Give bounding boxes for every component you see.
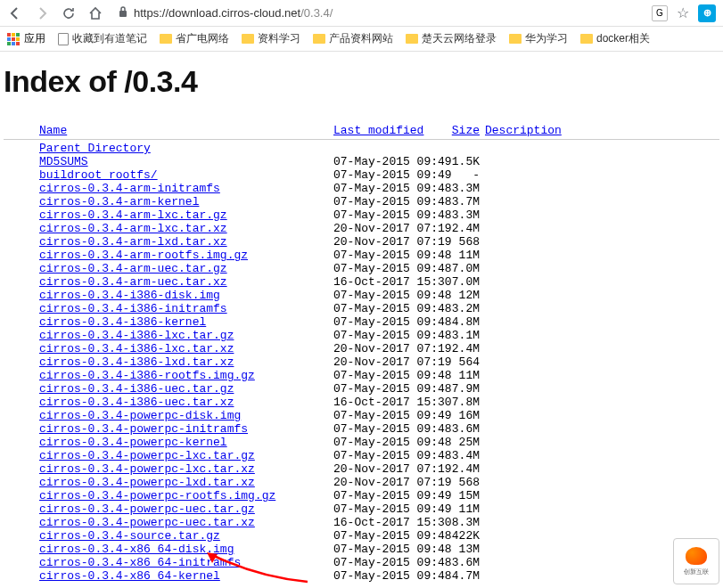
page-icon — [58, 33, 69, 45]
bookmark-item[interactable]: 产品资料网站 — [313, 31, 393, 46]
file-row: cirros-0.3.4-i386-kernel07-May-2015 09:4… — [4, 315, 719, 329]
reload-button[interactable] — [61, 5, 77, 21]
browser-nav-bar: https://download.cirros-cloud.net/0.3.4/… — [0, 0, 723, 27]
file-link[interactable]: cirros-0.3.4-arm-rootfs.img.gz — [39, 249, 248, 262]
file-link[interactable]: cirros-0.3.4-x86_64-initramfs — [39, 556, 241, 569]
file-link[interactable]: cirros-0.3.4-arm-kernel — [39, 195, 199, 208]
file-modified: 16-Oct-2017 15:30 — [333, 396, 444, 409]
file-link[interactable]: cirros-0.3.4-powerpc-rootfs.img.gz — [39, 489, 275, 502]
sort-name[interactable]: Name — [39, 124, 67, 137]
file-size: 2.4M — [444, 462, 480, 476]
file-modified: 20-Nov-2017 07:19 — [333, 235, 444, 249]
file-size: 3.7M — [444, 195, 480, 208]
file-modified: 07-May-2015 09:48 — [333, 543, 444, 556]
file-size: 3.2M — [444, 302, 480, 315]
file-modified: 07-May-2015 09:49 — [333, 155, 444, 168]
url-domain: download.cirros-cloud.net — [168, 6, 300, 20]
bookmark-item[interactable]: 收藏到有道笔记 — [58, 31, 147, 46]
file-modified: 07-May-2015 09:48 — [333, 315, 444, 329]
file-row: cirros-0.3.4-i386-initramfs07-May-2015 0… — [4, 302, 719, 315]
file-link[interactable]: cirros-0.3.4-i386-uec.tar.xz — [39, 396, 234, 409]
file-size: 3.6M — [444, 556, 480, 569]
apps-button[interactable]: 应用 — [7, 31, 45, 46]
file-modified: 20-Nov-2017 07:19 — [333, 222, 444, 235]
file-link[interactable]: cirros-0.3.4-arm-uec.tar.gz — [39, 262, 227, 275]
file-row: buildroot_rootfs/07-May-2015 09:49- — [4, 168, 719, 182]
file-row: Parent Directory — [4, 142, 719, 155]
file-link[interactable]: MD5SUMS — [39, 155, 88, 168]
file-link[interactable]: cirros-0.3.4-i386-lxc.tar.xz — [39, 342, 234, 355]
translate-icon[interactable]: G — [652, 5, 668, 21]
file-size: 7.9M — [444, 382, 480, 396]
file-link[interactable]: cirros-0.3.4-i386-lxd.tar.xz — [39, 355, 234, 369]
file-modified: 07-May-2015 09:48 — [333, 529, 444, 543]
bookmarks-bar: 应用 收藏到有道笔记省广电网络资料学习产品资料网站楚天云网络登录华为学习dock… — [0, 27, 723, 52]
folder-icon — [313, 34, 325, 44]
file-link[interactable]: buildroot_rootfs/ — [39, 168, 158, 182]
file-size: - — [444, 168, 480, 182]
file-link[interactable]: cirros-0.3.4-powerpc-lxc.tar.gz — [39, 449, 255, 462]
file-link[interactable]: cirros-0.3.4-i386-initramfs — [39, 302, 227, 315]
file-link[interactable]: cirros-0.3.4-arm-lxc.tar.gz — [39, 208, 227, 222]
file-modified: 07-May-2015 09:48 — [333, 195, 444, 208]
file-link[interactable]: cirros-0.3.4-powerpc-kernel — [39, 436, 227, 449]
file-link[interactable]: cirros-0.3.4-arm-lxd.tar.xz — [39, 235, 227, 249]
bookmark-item[interactable]: 华为学习 — [509, 31, 568, 46]
back-button[interactable] — [7, 5, 23, 21]
file-link[interactable]: cirros-0.3.4-powerpc-lxc.tar.xz — [39, 462, 255, 476]
extension-icon[interactable]: ⊕ — [698, 4, 716, 22]
file-link[interactable]: cirros-0.3.4-arm-lxc.tar.xz — [39, 222, 227, 235]
address-bar[interactable]: https://download.cirros-cloud.net/0.3.4/ — [114, 5, 641, 20]
file-size: 4.7M — [444, 569, 480, 583]
file-size: 1.5K — [444, 155, 480, 168]
file-link[interactable]: cirros-0.3.4-i386-rootfs.img.gz — [39, 369, 255, 382]
file-link[interactable]: cirros-0.3.4-powerpc-lxd.tar.xz — [39, 476, 255, 489]
file-link[interactable]: cirros-0.3.4-x86_64-disk.img — [39, 543, 234, 556]
bookmark-item[interactable]: 楚天云网络登录 — [406, 31, 497, 46]
file-row: cirros-0.3.4-i386-uec.tar.xz16-Oct-2017 … — [4, 396, 719, 409]
file-link[interactable]: cirros-0.3.4-powerpc-disk.img — [39, 409, 241, 422]
file-link[interactable]: cirros-0.3.4-arm-initramfs — [39, 182, 220, 195]
url-path: /0.3.4/ — [300, 6, 333, 20]
home-button[interactable] — [87, 5, 103, 21]
bookmark-label: 资料学习 — [258, 31, 300, 46]
file-link[interactable]: cirros-0.3.4-source.tar.gz — [39, 529, 220, 543]
sort-size[interactable]: Size — [452, 124, 480, 137]
file-modified: 07-May-2015 09:48 — [333, 289, 444, 302]
file-link[interactable]: cirros-0.3.4-i386-kernel — [39, 315, 206, 329]
file-link[interactable]: cirros-0.3.4-arm-uec.tar.xz — [39, 275, 227, 289]
file-link[interactable]: Parent Directory — [39, 142, 151, 155]
file-row: cirros-0.3.4-powerpc-lxc.tar.gz07-May-20… — [4, 449, 719, 462]
bookmark-item[interactable]: docker相关 — [580, 31, 650, 46]
page-title: Index of /0.3.4 — [4, 64, 719, 99]
file-size: 564 — [444, 355, 480, 369]
file-link[interactable]: cirros-0.3.4-i386-disk.img — [39, 289, 220, 302]
file-modified: 07-May-2015 09:49 — [333, 489, 444, 502]
toolbar-right: G ☆ ⊕ — [652, 4, 716, 22]
bookmark-item[interactable]: 资料学习 — [242, 31, 300, 46]
bookmark-item[interactable]: 省广电网络 — [160, 31, 229, 46]
sort-description[interactable]: Description — [485, 124, 562, 137]
file-link[interactable]: cirros-0.3.4-i386-uec.tar.gz — [39, 382, 234, 396]
file-link[interactable]: cirros-0.3.4-powerpc-initramfs — [39, 422, 248, 436]
file-size: 3.3M — [444, 208, 480, 222]
file-size — [444, 142, 480, 155]
file-link[interactable]: cirros-0.3.4-i386-lxc.tar.gz — [39, 329, 234, 342]
bookmark-star-icon[interactable]: ☆ — [677, 4, 689, 21]
file-modified: 07-May-2015 09:49 — [333, 409, 444, 422]
file-size: 3.4M — [444, 449, 480, 462]
file-link[interactable]: cirros-0.3.4-x86_64-kernel — [39, 569, 220, 583]
file-modified: 07-May-2015 09:49 — [333, 502, 444, 516]
file-row: cirros-0.3.4-arm-lxd.tar.xz20-Nov-2017 0… — [4, 235, 719, 249]
file-size: 2.4M — [444, 222, 480, 235]
file-link[interactable]: cirros-0.3.4-powerpc-uec.tar.xz — [39, 516, 255, 529]
file-modified: 07-May-2015 09:48 — [333, 369, 444, 382]
file-link[interactable]: cirros-0.3.4-powerpc-uec.tar.gz — [39, 502, 255, 516]
file-modified: 20-Nov-2017 07:19 — [333, 342, 444, 355]
forward-button[interactable] — [34, 5, 50, 21]
sort-modified[interactable]: Last modified — [333, 124, 423, 137]
file-size: 15M — [444, 489, 480, 502]
file-row: cirros-0.3.4-i386-lxd.tar.xz20-Nov-2017 … — [4, 355, 719, 369]
file-modified: 16-Oct-2017 15:30 — [333, 516, 444, 529]
file-row: cirros-0.3.4-powerpc-initramfs07-May-201… — [4, 422, 719, 436]
